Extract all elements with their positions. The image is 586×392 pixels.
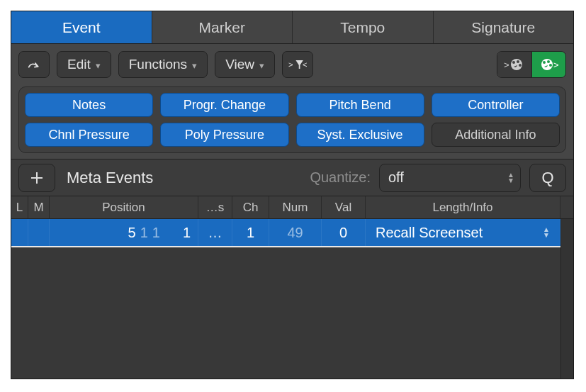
chevron-down-icon: ▾ [96, 60, 101, 71]
col-header-channel[interactable]: Ch [232, 196, 269, 218]
tab-event[interactable]: Event [11, 11, 152, 43]
q-label: Q [541, 169, 553, 187]
col-header-val[interactable]: Val [322, 196, 366, 218]
add-event-button[interactable] [18, 164, 55, 192]
col-header-status[interactable]: …s [198, 196, 232, 218]
event-list-window: Event Marker Tempo Signature Edit ▾ Func… [11, 11, 574, 379]
filter-controller[interactable]: Controller [432, 93, 560, 117]
pos-div: 1 [152, 225, 160, 241]
edit-menu[interactable]: Edit ▾ [57, 51, 111, 78]
catch-playhead-icon [26, 57, 42, 72]
stepper-icon: ▲▼ [507, 172, 514, 184]
cell-val[interactable]: 0 [322, 219, 366, 246]
chevron-down-icon: ▾ [259, 60, 264, 71]
chip-label: Chnl Pressure [49, 128, 130, 142]
table-header: L M Position …s Ch Num Val Length/Info [11, 196, 573, 219]
svg-text:>: > [553, 60, 559, 70]
svg-text:>: > [288, 60, 293, 69]
col-header-num[interactable]: Num [269, 196, 322, 218]
col-header-info[interactable]: Length/Info [366, 196, 560, 218]
info-text: Recall Screenset [376, 225, 483, 241]
tab-label: Signature [471, 19, 535, 36]
scrollbar-corner [560, 196, 573, 218]
tab-signature[interactable]: Signature [434, 11, 574, 43]
pos-beat: 1 [140, 225, 148, 241]
table-body: 5 1 1 1 … 1 49 0 Recall Screenset ▲▼ [11, 219, 573, 379]
tab-tempo[interactable]: Tempo [293, 11, 434, 43]
event-type-filters: Notes Progr. Change Pitch Bend Controlle… [18, 86, 566, 153]
filter-notes[interactable]: Notes [25, 93, 153, 117]
filter-button[interactable]: >< [282, 51, 313, 78]
vertical-scrollbar[interactable] [560, 219, 573, 379]
svg-point-8 [543, 61, 546, 64]
svg-point-10 [549, 64, 552, 67]
color-picker-min[interactable]: > [497, 52, 531, 77]
cell-lock[interactable] [11, 219, 28, 246]
tab-marker[interactable]: Marker [152, 11, 293, 43]
quantize-label: Quantize: [310, 169, 371, 186]
svg-point-6 [519, 64, 522, 67]
cell-position[interactable]: 5 1 1 1 [50, 219, 198, 246]
col-header-mute[interactable]: M [28, 196, 50, 218]
quantize-select[interactable]: off ▲▼ [379, 164, 521, 192]
cell-num[interactable]: 49 [269, 219, 322, 246]
color-tools: > > [497, 51, 566, 78]
filter-icon: >< [288, 57, 307, 72]
col-header-position[interactable]: Position [50, 196, 198, 218]
svg-text:>: > [504, 60, 509, 70]
menu-label: Edit [67, 57, 91, 72]
event-type-title[interactable]: Meta Events [67, 169, 153, 187]
svg-point-4 [512, 61, 515, 64]
chip-label: Syst. Exclusive [317, 128, 403, 142]
view-menu[interactable]: View ▾ [215, 51, 275, 78]
chip-label: Poly Pressure [185, 128, 264, 142]
svg-point-5 [517, 60, 519, 63]
cell-mute[interactable] [28, 219, 50, 246]
chevron-down-icon: ▾ [192, 60, 197, 71]
menu-label: Functions [129, 57, 187, 72]
quantize-apply-button[interactable]: Q [529, 164, 566, 192]
chip-label: Pitch Bend [329, 98, 391, 113]
cell-status[interactable]: … [198, 219, 232, 246]
plus-icon [29, 170, 45, 186]
stepper-icon[interactable]: ▲▼ [543, 227, 550, 238]
pos-bar: 5 [128, 225, 136, 241]
chip-label: Progr. Change [184, 98, 266, 113]
pos-tick: 1 [183, 225, 191, 241]
filter-additional-info[interactable]: Additional Info [432, 123, 560, 147]
cell-channel[interactable]: 1 [232, 219, 269, 246]
filter-program-change[interactable]: Progr. Change [160, 93, 288, 117]
palette-icon: > [504, 57, 525, 72]
filter-channel-pressure[interactable]: Chnl Pressure [25, 123, 153, 147]
col-header-lock[interactable]: L [11, 196, 28, 218]
functions-menu[interactable]: Functions ▾ [118, 51, 208, 78]
filter-pitch-bend[interactable]: Pitch Bend [296, 93, 424, 117]
svg-point-9 [547, 60, 550, 63]
svg-text:<: < [303, 60, 307, 69]
chip-label: Notes [72, 98, 106, 113]
color-picker-max[interactable]: > [531, 52, 565, 77]
sub-toolbar: Meta Events Quantize: off ▲▼ Q [11, 159, 573, 196]
tab-label: Event [62, 19, 101, 36]
filter-poly-pressure[interactable]: Poly Pressure [160, 123, 288, 147]
cell-info[interactable]: Recall Screenset ▲▼ [366, 219, 560, 246]
chip-label: Additional Info [455, 128, 536, 142]
palette-icon: > [539, 57, 560, 72]
catch-playhead-button[interactable] [18, 51, 50, 78]
menu-label: View [225, 57, 254, 72]
chip-label: Controller [468, 98, 523, 113]
tab-label: Tempo [340, 19, 385, 36]
tab-label: Marker [199, 19, 245, 36]
filter-sysex[interactable]: Syst. Exclusive [296, 123, 424, 147]
toolbar: Edit ▾ Functions ▾ View ▾ >< > > [11, 44, 573, 159]
table-row[interactable]: 5 1 1 1 … 1 49 0 Recall Screenset ▲▼ [11, 219, 573, 247]
tab-bar: Event Marker Tempo Signature [11, 11, 573, 44]
quantize-value: off [388, 169, 404, 186]
